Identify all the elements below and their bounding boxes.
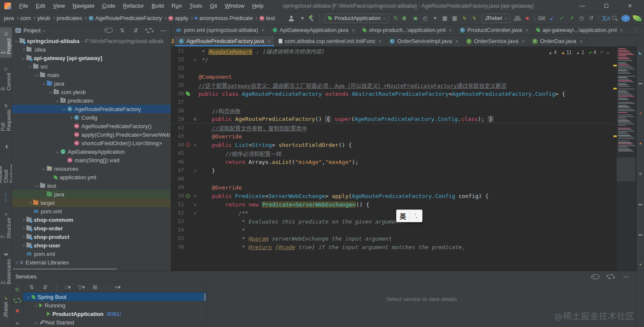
menu-item-help[interactable]: Help — [248, 1, 267, 10]
tool-window-pull-requests[interactable]: Pull Requests⇅ — [0, 100, 13, 135]
history-button[interactable]: ◷ — [577, 14, 586, 23]
collapse-all-icon[interactable]: ⇵ — [132, 26, 140, 34]
tree-item[interactable]: mapply(Config):Predicate<ServerWeb — [12, 130, 171, 139]
chevron-right-icon[interactable] — [15, 261, 18, 264]
git-commit-button[interactable]: ✓ — [558, 14, 566, 23]
tree-item[interactable]: test — [12, 181, 171, 190]
tree-item[interactable]: CApiGatewayApplication — [12, 147, 171, 156]
close-icon[interactable]: × — [267, 39, 270, 44]
tree-item[interactable]: com.ylesb — [12, 88, 171, 96]
tree-item[interactable]: predicates — [12, 96, 171, 105]
vertical-scrollbar[interactable] — [204, 293, 206, 301]
locate-target-icon[interactable] — [591, 274, 600, 279]
tree-item[interactable]: application.yml — [12, 173, 171, 181]
editor-tab[interactable]: ApiGatewayApplication.java× — [269, 25, 359, 35]
chevron-down-icon[interactable] — [56, 99, 59, 102]
service-tree-item[interactable]: Spring Boot — [23, 293, 207, 301]
expand-all-icon[interactable]: ⇅ — [118, 26, 126, 34]
chevron-down-icon[interactable] — [29, 65, 32, 68]
code-editor[interactable]: 31 * @updateRemark : [描述说明本次修改内容]32⌂ */3… — [171, 47, 613, 271]
menu-item-view[interactable]: View — [49, 1, 69, 10]
close-icon[interactable]: × — [455, 39, 458, 44]
fold-marker[interactable]: ∨ — [192, 194, 198, 198]
breadcrumb-item[interactable]: anonymous Predicate — [193, 14, 254, 22]
profiler-dropdown-arrow[interactable]: ▾ — [431, 14, 440, 23]
breadcrumb-item[interactable]: com — [19, 14, 32, 22]
chevron-right-icon[interactable] — [22, 48, 25, 51]
fold-marker[interactable]: ⊞ — [192, 117, 198, 121]
chevron-right-icon[interactable] — [22, 244, 25, 247]
overrides-method-gutter-icon[interactable]: ↑ — [186, 143, 190, 147]
tree-item[interactable]: mpom.xml — [12, 207, 171, 215]
close-icon[interactable]: × — [352, 28, 354, 33]
horizontal-scrollbar[interactable] — [13, 268, 117, 270]
minimize-button[interactable]: — — [576, 3, 589, 9]
breadcrumb-item[interactable]: java — [3, 14, 15, 22]
editor-tab[interactable]: CAgeRoutePredicateFactory.java× — [175, 36, 275, 46]
plugin-tool-icon-2[interactable]: ▬ — [638, 81, 642, 85]
editor-tab[interactable]: com.alibaba.csp.sentinel.init.InitFunc× — [275, 36, 386, 46]
debug-button[interactable] — [402, 16, 410, 21]
build-gear-icon[interactable] — [13, 298, 22, 303]
spring-bean-gutter-icon[interactable] — [186, 92, 190, 96]
tree-item[interactable]: api-gateway [api-getaway] — [12, 54, 171, 62]
tree-item[interactable]: shop-product — [12, 232, 171, 241]
chevron-down-icon[interactable] — [42, 82, 45, 85]
tool-window-structure[interactable]: 7: Structure≡ — [0, 209, 13, 242]
close-icon[interactable]: × — [379, 39, 381, 44]
menu-item-code[interactable]: Code — [98, 1, 119, 10]
close-icon[interactable]: × — [262, 28, 264, 33]
editor-tab[interactable]: api-gateway\...\application.yml× — [532, 25, 627, 35]
tree-item[interactable]: mpom.xml — [12, 250, 171, 258]
chevron-down-icon[interactable] — [42, 167, 45, 170]
chevron-down-icon[interactable] — [56, 150, 59, 153]
translate-icon[interactable]: 文A — [602, 14, 610, 23]
chevron-right-icon[interactable] — [22, 218, 25, 221]
breadcrumb-item[interactable]: predicates — [55, 14, 83, 22]
tree-item[interactable]: resources — [12, 164, 171, 173]
gutter-icon[interactable]: ↑ — [184, 142, 192, 148]
breadcrumb-item[interactable]: mapply — [167, 14, 190, 22]
editor-tab[interactable]: mpom.xml (springcloud-alibaba)× — [172, 25, 269, 35]
fold-marker[interactable]: ⌂ — [192, 168, 198, 173]
rollback-button[interactable]: ↺ — [587, 14, 595, 23]
plugin-tool-icon-7[interactable]: ▬ — [638, 232, 642, 236]
stop-button[interactable]: ■ — [523, 14, 532, 23]
tree-item[interactable]: shop-user — [12, 241, 171, 250]
minimap[interactable] — [617, 48, 635, 271]
tree-item[interactable]: java — [12, 190, 171, 198]
menu-item-refactor[interactable]: Refactor — [119, 1, 148, 10]
tool-window-commit[interactable]: 0: Commit⊙ — [0, 63, 13, 94]
editor-tab[interactable]: CProductController.java× — [456, 25, 532, 35]
breadcrumb-item[interactable]: ylesb — [36, 14, 51, 22]
tree-item[interactable]: java — [12, 79, 171, 88]
add-service-icon[interactable]: +▾ — [113, 283, 122, 292]
tree-item[interactable]: ≣External Libraries — [12, 258, 171, 267]
menu-item-navigate[interactable]: Navigate — [69, 1, 98, 10]
group-by-icon[interactable]: ∷▾ — [63, 283, 72, 292]
git-label[interactable]: Git: — [538, 14, 546, 23]
menu-item-file[interactable]: File — [15, 1, 32, 10]
locate-target-icon[interactable] — [104, 28, 113, 33]
user-icon[interactable] — [288, 15, 297, 21]
sync-button[interactable]: ↑ — [621, 15, 630, 22]
menu-item-window[interactable]: Window — [221, 1, 248, 10]
tree-item[interactable]: src — [12, 62, 171, 71]
chevron-down-icon[interactable] — [49, 90, 52, 93]
close-icon[interactable]: × — [580, 39, 582, 44]
plugin-tool-icon-6[interactable]: ▬ — [638, 202, 642, 206]
chevron-down-icon[interactable] — [15, 39, 18, 42]
stop-button[interactable]: ■ — [13, 307, 22, 315]
chevron-down-icon[interactable] — [27, 295, 30, 298]
breadcrumb-item[interactable]: mtest — [258, 14, 276, 22]
screencast-icon-disabled[interactable] — [513, 16, 522, 21]
tree-item[interactable]: mshortcutFieldOrder():List<String> — [12, 139, 171, 147]
run-with-grid-button[interactable]: ▦ — [441, 14, 449, 23]
tree-item[interactable]: main — [12, 71, 171, 79]
fold-marker[interactable]: ∨ — [192, 211, 198, 215]
plugin-tool-icon-1[interactable]: ◣ — [639, 51, 642, 55]
hide-panel-icon[interactable]: — — [159, 26, 167, 34]
chevron-down-icon[interactable] — [35, 184, 38, 187]
tree-item[interactable]: mmain(String[]):void — [12, 156, 171, 164]
jrebel-debug-button[interactable]: ϟ — [470, 14, 479, 23]
